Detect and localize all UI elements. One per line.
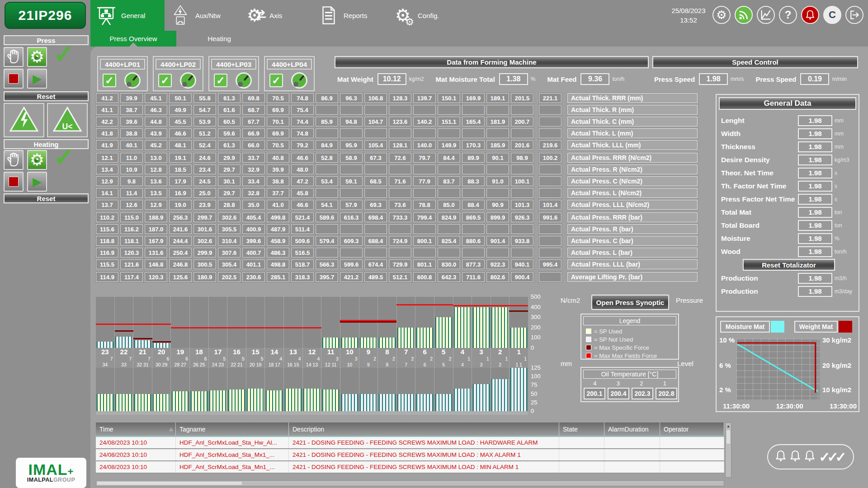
alarm-row[interactable]: 24/08/2023 10:10HDF_Anl_ScrMxLoad_Sta_Mn… [96,461,724,474]
press-reset-button[interactable]: Reset [4,91,89,101]
alarm-column-description[interactable]: Description [289,422,559,436]
open-press-synoptic-button[interactable]: Open Press Synoptic [591,295,669,310]
alarm-column-alarmduration[interactable]: AlarmDuration [604,422,660,436]
scrollbar-thumb[interactable] [97,482,242,485]
general-data-value[interactable]: 1.98 [798,207,832,218]
logout-icon[interactable] [845,6,863,24]
zone-label: 32 31 [133,362,152,368]
alarm-horizontal-scrollbar[interactable] [96,480,724,486]
press-voltage-warning-button[interactable] [4,103,44,137]
matrix-row: 41.239.945.150.155.861.369.870.574.886.9… [96,93,698,103]
zone-label: 5 [208,356,227,362]
matrix-cell [389,224,411,234]
alarm-column-tagname[interactable]: Tagname [176,422,289,436]
matrix-cell: 29.9 [218,153,241,163]
document-icon [318,5,339,26]
connection-icon[interactable] [735,6,753,24]
zone-label: 12 [302,348,321,356]
press-unit-checkbox[interactable]: ✓ [269,74,283,87]
production-unit: m3/h [832,275,856,282]
forming-mat-weight-value[interactable]: 10.12 [377,73,406,85]
matrix-cell: 23.4 [193,164,216,174]
alarm-bell-icon[interactable] [801,6,819,24]
tab-config[interactable]: ⚙⚙Config. [387,0,461,31]
alarm-column-operator[interactable]: Operator [660,422,724,436]
general-data-value[interactable]: 1.98 [798,181,832,192]
production-row: Production1.98m3/day [721,285,856,298]
trends-icon[interactable] [757,6,775,24]
zone-label: 1 [509,348,528,356]
matrix-cell: 67.3 [364,153,387,163]
press-start-button[interactable]: ▶ [27,69,47,89]
matrix-row: 13.410.912.818.523.429.732.939.948.0Actu… [96,164,698,174]
general-data-value[interactable]: 1.98 [798,168,832,178]
matrix-cell: 14.1 [96,188,118,198]
general-data-unit: ton [832,222,856,229]
matrix-cell: 10.9 [120,164,143,174]
press-undervoltage-warning-button[interactable]: U< [47,103,88,137]
tab-axis[interactable]: ⚙Axis [239,0,313,31]
heating-reset-button[interactable]: Reset [4,193,89,203]
alarm-column-time[interactable]: Time△ [96,422,176,436]
heating-manual-hand-button[interactable] [4,150,24,170]
heating-auto-mode-button[interactable]: ⚙▶ [27,150,47,170]
subtab-heating[interactable]: Heating [176,31,262,47]
settings-icon[interactable]: ⚙ [712,6,731,24]
matrix-cell: 188.9 [145,212,167,222]
matrix-cell [438,248,460,258]
alarm-acknowledge-button[interactable]: ✓✓✓ [767,444,854,469]
general-data-value[interactable]: 1.98 [798,155,832,165]
general-data-unit: ton/h [832,249,856,255]
matrix-cell [511,128,533,138]
oil-temperature-panel: Oil Temperature [°C] 4321 200.1200.4202.… [580,367,679,402]
scrollbar-thumb[interactable] [726,430,730,444]
zone-label: 10 [340,348,359,356]
alarm-cell [604,461,660,473]
forming-mat-feed-value[interactable]: 9.36 [580,73,609,85]
general-data-value[interactable]: 1.98 [798,141,832,152]
general-data-value[interactable]: 1.98 [798,194,832,205]
chart-zone [321,297,340,348]
heating-start-button[interactable]: ▶ [27,172,47,192]
zone-label: 12 11 [321,362,340,368]
general-data-value[interactable]: 1.98 [798,128,832,139]
production-value[interactable]: 1.98 [798,273,832,284]
matrix-cell: 9.8 [120,176,143,186]
heating-stop-button[interactable] [4,172,24,192]
forming-mat-moisture-total-value[interactable]: 1.38 [499,73,528,85]
scroll-up-icon[interactable]: ▲ [726,423,731,429]
production-value[interactable]: 1.98 [798,286,832,297]
press-unit-checkbox[interactable]: ✓ [158,74,172,87]
field-label: Press Speed [654,75,695,83]
press-manual-hand-button[interactable] [4,47,24,67]
help-icon[interactable]: ? [779,6,797,24]
press-unit-box-4400-lp02: 4400+LP02✓ [153,56,203,91]
speed-press-speed-value[interactable]: 0.19 [800,73,829,85]
alarm-row[interactable]: 24/08/2023 10:10HDF_Anl_ScrMxLoad_Sta_Hw… [96,437,724,449]
tab-aux-ntw[interactable]: Aux/Ntw [165,0,239,31]
reset-totalizator-button[interactable]: Reset Totalizator [743,259,835,271]
tab-reports[interactable]: Reports [313,0,387,31]
general-data-value[interactable]: 1.98 [798,115,832,126]
speed-press-speed: Press Speed0.19m/min [755,73,847,85]
alarm-vertical-scrollbar[interactable]: ▲ [725,422,731,478]
subtab-press-overview[interactable]: Press Overview [90,31,176,47]
press-stop-button[interactable] [4,69,24,89]
press-unit-checkbox[interactable]: ✓ [214,74,227,87]
press-auto-mode-button[interactable]: ⚙▶ [27,47,47,67]
speed-press-speed-value[interactable]: 1.98 [699,73,728,85]
matrix-cell: 117.4 [120,272,143,282]
time-tick: 11:30:00 [723,402,750,410]
matrix-cell: 45.2 [145,140,167,150]
chart-bar [379,394,396,411]
alarm-row[interactable]: 24/08/2023 10:10HDF_Anl_ScrMxLoad_Sta_Mx… [96,449,724,461]
user-icon[interactable]: C [823,6,841,24]
matrix-cell [364,188,387,198]
alarm-column-state[interactable]: State [559,422,604,436]
general-data-value[interactable]: 1.98 [798,233,832,244]
press-unit-checkbox[interactable]: ✓ [103,74,116,87]
tab-general[interactable]: General [90,0,165,31]
chart-zone [246,368,265,411]
general-data-value[interactable]: 1.98 [798,220,832,231]
general-data-value[interactable]: 1.98 [798,246,832,257]
